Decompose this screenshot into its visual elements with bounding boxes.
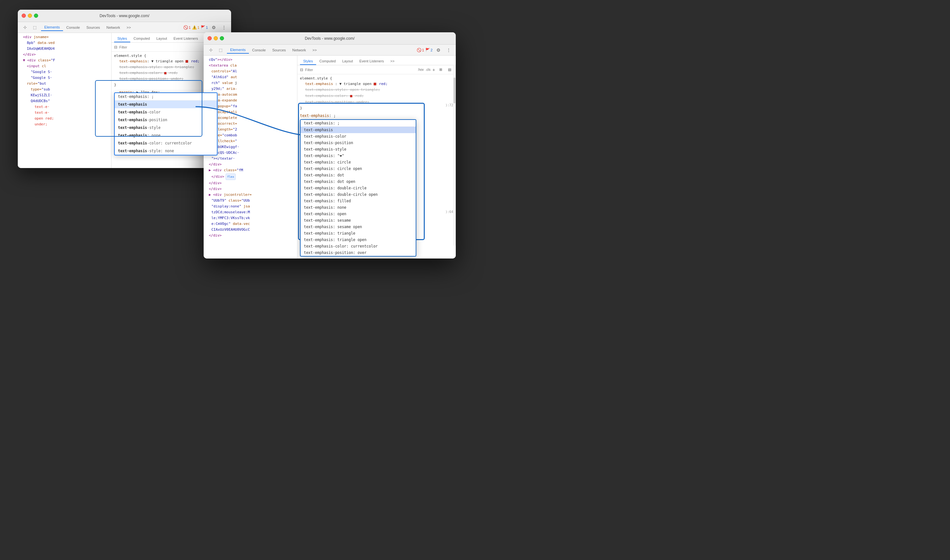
- ac2-item[interactable]: text-emphasis: [300, 127, 416, 133]
- minimize-button-1[interactable]: [28, 14, 32, 18]
- ac2-item[interactable]: text-emphasis: "❤": [300, 152, 416, 159]
- ac2-item[interactable]: text-emphasis: circle open: [300, 165, 416, 172]
- scrollbar-thumb-2[interactable]: [454, 78, 456, 103]
- ac2-item[interactable]: text-emphasis: triangle open: [300, 237, 416, 243]
- ac2-item[interactable]: text-emphasis: open: [300, 211, 416, 217]
- ac2-item[interactable]: text-emphasis-color: [300, 133, 416, 140]
- ac2-item[interactable]: text-emphasis-color: currentcolor: [300, 243, 416, 249]
- more-btn-1[interactable]: ⋮: [220, 23, 228, 32]
- ac2-item[interactable]: text-emphasis-position: [300, 140, 416, 146]
- css-selector-2: element.style {: [300, 76, 453, 80]
- select-element-btn-2[interactable]: ⊹: [206, 46, 215, 54]
- ac2-item[interactable]: text-emphasis: double-circle: [300, 185, 416, 191]
- ac-item[interactable]: text-emphasis: none: [115, 132, 217, 139]
- ac2-item[interactable]: text-emphasis: dot open: [300, 178, 416, 185]
- html-line: controls="Al: [204, 69, 297, 74]
- ac2-item[interactable]: text-emphasis: filled: [300, 198, 416, 204]
- html-line: "Alh6id" aut: [204, 74, 297, 80]
- ac2-item[interactable]: text-emphasis: none: [300, 204, 416, 211]
- tab-network-2[interactable]: Network: [289, 47, 309, 53]
- sidebar-icon-btn[interactable]: ▤: [446, 66, 453, 73]
- ac-item[interactable]: text-emphasis-color: currentcolor: [115, 139, 217, 147]
- device-mode-btn-1[interactable]: ⬚: [30, 23, 39, 32]
- autocomplete-dropdown-2: text-emphasis: ; text-emphasis text-emph…: [300, 119, 416, 257]
- html-line: "0BbUKEwiggf·: [204, 144, 297, 150]
- html-panel-2: cQv"></div> <textarea cla controls="Al "…: [204, 55, 297, 258]
- styles-tab-layout-2[interactable]: Layout: [339, 58, 356, 65]
- styles-tab-more-2[interactable]: >>: [387, 58, 398, 65]
- filter-input-2[interactable]: [305, 68, 416, 72]
- html-line: text-e·: [18, 104, 111, 110]
- html-line: CIAxUzV0EAHU0VOGcC: [204, 227, 297, 233]
- title-bar-1: DevTools - www.google.com/: [18, 10, 231, 22]
- cls-label-2[interactable]: .cls: [426, 68, 431, 71]
- more-btn-2[interactable]: ⋮: [444, 46, 453, 54]
- add-rule-btn-2[interactable]: +: [433, 67, 435, 72]
- close-button-1[interactable]: [22, 14, 26, 18]
- color-swatch-red-w2[interactable]: [374, 83, 376, 85]
- tab-more-2[interactable]: >>: [309, 47, 320, 53]
- traffic-lights-2: [208, 36, 224, 40]
- ac2-item[interactable]: text-emphasis: double-circle open: [300, 191, 416, 198]
- ac2-item[interactable]: text-emphasis: dot: [300, 172, 416, 178]
- tab-network-1[interactable]: Network: [103, 24, 123, 31]
- tab-elements-1[interactable]: Elements: [41, 24, 63, 31]
- styles-tab-computed-2[interactable]: Computed: [316, 58, 339, 65]
- tab-console-1[interactable]: Console: [63, 24, 83, 31]
- settings-btn-1[interactable]: ⚙: [209, 23, 218, 32]
- css-line-emphasis-color-1: text-emphasis-color: red;: [300, 93, 453, 99]
- styles-tab-layout-1[interactable]: Layout: [153, 35, 170, 42]
- html-line: </div>: [204, 180, 297, 186]
- panel-area-2: cQv"></div> <textarea cla controls="Al "…: [204, 55, 456, 258]
- toolbar-right-1: 🚫 1 ⚠️ 1 🚩 1 ⚙ ⋮: [183, 23, 228, 32]
- html-line: "Google S·: [18, 75, 111, 81]
- ac-item[interactable]: text-emphasis-style: [115, 124, 217, 132]
- tab-more-1[interactable]: >>: [123, 24, 134, 31]
- close-button-2[interactable]: [208, 36, 212, 40]
- html-line: ▼ <div class="F: [18, 57, 111, 63]
- ac-item[interactable]: text-emphasis-position: [115, 116, 217, 124]
- filter-input-1[interactable]: [119, 45, 209, 49]
- styles-tab-styles-1[interactable]: Styles: [114, 35, 130, 42]
- ac-item[interactable]: text-emphasis-color: [115, 108, 217, 116]
- computed-icon-btn[interactable]: ⊞: [437, 66, 444, 73]
- styles-tab-events-1[interactable]: Event Listeners: [170, 35, 202, 42]
- maximize-button-2[interactable]: [220, 36, 224, 40]
- minimize-button-2[interactable]: [214, 36, 218, 40]
- html-line: <input cl: [18, 63, 111, 69]
- ac2-item[interactable]: text-emphasis: sesame open: [300, 224, 416, 230]
- styles-tab-computed-1[interactable]: Computed: [130, 35, 153, 42]
- html-panel-1: <div jsname= 8pb" data-ved IAxUqWUEAHQU4…: [18, 33, 111, 168]
- tab-console-2[interactable]: Console: [249, 47, 269, 53]
- ac2-item[interactable]: text-emphasis-style: [300, 146, 416, 152]
- select-element-btn-1[interactable]: ⊹: [20, 23, 29, 32]
- html-line: spellcheck=": [204, 138, 297, 144]
- scrollbar-track-2: [453, 65, 456, 246]
- ac-item[interactable]: text-emphasis: [115, 100, 217, 108]
- tab-elements-2[interactable]: Elements: [227, 46, 249, 54]
- tab-group-1: Elements Console Sources Network >>: [41, 24, 134, 31]
- ac2-item[interactable]: text-emphasis-position: over: [300, 249, 416, 256]
- html-line: <textarea cla: [204, 63, 297, 69]
- styles-tab-styles-2[interactable]: Styles: [300, 58, 316, 65]
- ac-item[interactable]: text-emphasis-style: none: [115, 147, 217, 155]
- toolbar-right-2: 🚫 1 🚩 2 ⚙ ⋮: [417, 46, 453, 54]
- error-icon-2: 🚫: [417, 48, 422, 52]
- ac2-item[interactable]: text-emphasis: circle: [300, 159, 416, 165]
- tab-sources-2[interactable]: Sources: [269, 47, 289, 53]
- css-line-emphasis-1: text-emphasis : ▼ triangle open red;: [300, 81, 453, 87]
- html-line: aria-autocom: [204, 92, 297, 98]
- ac2-item[interactable]: text-emphasis: sesame: [300, 217, 416, 224]
- ac-header-1: text-emphasis: ;: [115, 93, 217, 100]
- device-mode-btn-2[interactable]: ⬚: [216, 46, 225, 54]
- color-swatch-red-1[interactable]: [186, 60, 188, 63]
- styles-panel-2: Styles Computed Layout Event Listeners >…: [297, 55, 456, 258]
- hov-label-2[interactable]: :hov: [417, 68, 424, 71]
- maximize-button-1[interactable]: [34, 14, 38, 18]
- tab-sources-1[interactable]: Sources: [83, 24, 103, 31]
- styles-tab-events-2[interactable]: Event Listeners: [356, 58, 387, 65]
- ac2-item[interactable]: text-emphasis: triangle: [300, 230, 416, 237]
- info-badge-2: 🚩 2: [425, 48, 433, 52]
- settings-btn-2[interactable]: ⚙: [434, 46, 443, 54]
- info-badge-1: 🚩 1: [201, 25, 208, 29]
